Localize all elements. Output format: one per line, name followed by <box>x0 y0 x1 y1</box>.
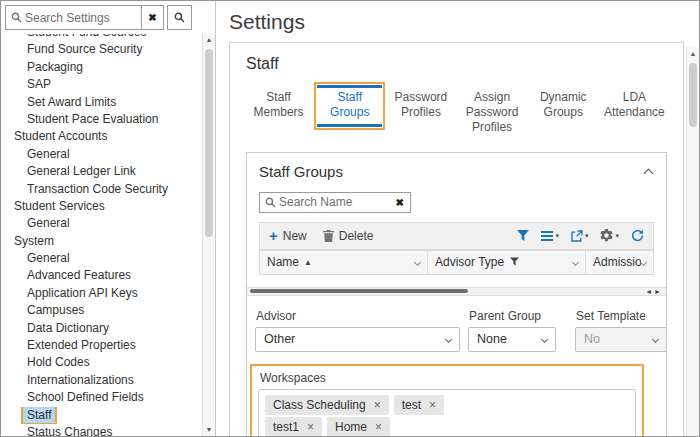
sidebar-item[interactable]: Student Fund Sources <box>1 34 201 41</box>
tab[interactable]: Assign Password Profiles <box>460 85 525 140</box>
tab[interactable]: Staff Members <box>246 85 311 125</box>
column-menu-icon[interactable] <box>640 259 647 266</box>
clear-search-icon[interactable]: ✖ <box>141 6 163 29</box>
tab[interactable]: LDA Attendance <box>602 85 667 125</box>
new-button[interactable]: + New <box>269 229 307 243</box>
parent-group-select[interactable]: None <box>468 327 556 352</box>
remove-tag-icon[interactable]: × <box>375 421 382 433</box>
collapse-icon[interactable] <box>644 169 654 179</box>
scroll-up-icon[interactable]: ▲ <box>203 33 215 46</box>
page-title: Settings <box>229 10 685 34</box>
grid-search-box[interactable]: ✖ <box>259 192 411 213</box>
sidebar-item-label: Hold Codes <box>23 354 94 370</box>
sidebar-item-label: General <box>23 250 74 266</box>
sidebar-item-label: Student Services <box>10 198 109 214</box>
sidebar-item[interactable]: School Defined Fields <box>1 389 201 406</box>
delete-button[interactable]: Delete <box>323 229 374 243</box>
chevron-down-icon <box>541 336 548 343</box>
remove-tag-icon[interactable]: × <box>374 399 381 411</box>
column-label: Advisor Type <box>435 255 504 269</box>
column-menu-icon[interactable] <box>572 259 579 266</box>
sidebar-item-label: Packaging <box>23 59 87 75</box>
sidebar-item[interactable]: General Ledger Link <box>1 163 201 180</box>
sidebar-item[interactable]: Hold Codes <box>1 354 201 371</box>
scroll-up-icon[interactable]: ▲ <box>687 47 699 60</box>
horizontal-scrollbar[interactable]: ◄► <box>247 287 666 296</box>
sort-ascending-icon: ▲ <box>304 258 312 267</box>
advisor-select[interactable]: Other <box>255 327 460 352</box>
set-template-field: Set Template No <box>575 309 666 352</box>
sidebar-item-label: Extended Properties <box>23 337 140 353</box>
sidebar-item[interactable]: Student Services <box>1 198 201 215</box>
sidebar-item[interactable]: Student Accounts <box>1 128 201 145</box>
staff-groups-section: Staff Groups ✖ + New <box>246 152 667 437</box>
sidebar-item[interactable]: Advanced Features <box>1 267 201 284</box>
sidebar-item[interactable]: Data Dictionary <box>1 320 201 337</box>
grid-search-input[interactable] <box>279 195 375 209</box>
column-header[interactable]: Advisor Type ▲ <box>428 251 586 274</box>
workspace-tag: Home × <box>327 417 390 436</box>
sidebar-item[interactable]: Internationalizations <box>1 372 201 389</box>
sidebar-item[interactable]: Fund Source Security <box>1 41 201 58</box>
sidebar-item-label: Internationalizations <box>23 372 138 388</box>
sidebar-item[interactable]: Student Pace Evaluation <box>1 111 201 128</box>
sidebar-item[interactable]: General <box>1 250 201 267</box>
workspaces-tag-input[interactable]: Class Scheduling × test × <box>258 389 636 436</box>
sidebar-item[interactable]: SAP <box>1 76 201 93</box>
column-label: Admission Repres... <box>593 255 641 269</box>
column-header[interactable]: Admission Repres... ▲ <box>586 251 653 274</box>
workspace-tag-label: Class Scheduling <box>273 398 366 412</box>
search-icon <box>265 197 276 208</box>
scroll-left-right-icons[interactable]: ◄► <box>645 288 663 296</box>
sidebar-search-area: ✖ <box>5 5 192 30</box>
view-columns-icon[interactable]: ▾ <box>541 231 559 241</box>
remove-tag-icon[interactable]: × <box>429 399 436 411</box>
search-button[interactable] <box>167 5 192 30</box>
sidebar-item[interactable]: Set Award Limits <box>1 94 201 111</box>
sidebar-item-label: Application API Keys <box>23 285 142 301</box>
sidebar-item[interactable]: General <box>1 215 201 232</box>
tab[interactable]: Staff Groups <box>317 85 382 127</box>
sidebar-item[interactable]: Status Changes <box>1 424 201 436</box>
advisor-field: Advisor Other <box>255 309 460 352</box>
sidebar-scrollbar[interactable]: ▲ ▼ <box>202 33 215 436</box>
sidebar-item-label: Student Fund Sources <box>23 34 150 40</box>
set-template-label: Set Template <box>576 309 666 323</box>
column-menu-icon[interactable] <box>414 259 421 266</box>
delete-button-label: Delete <box>339 229 374 243</box>
filter-applied-icon <box>510 255 519 269</box>
sidebar-item[interactable]: Transaction Code Security <box>1 181 201 198</box>
sidebar-scrollbar-thumb[interactable] <box>205 49 213 237</box>
refresh-icon[interactable] <box>631 229 644 242</box>
scroll-down-icon[interactable]: ▼ <box>203 423 215 436</box>
sidebar-item[interactable]: Staff <box>1 407 201 424</box>
sidebar-search-input[interactable] <box>25 11 141 25</box>
export-icon[interactable]: ▾ <box>571 230 589 242</box>
gear-icon[interactable]: ▾ <box>600 229 619 242</box>
set-template-value: No <box>584 332 600 346</box>
sidebar-item[interactable]: Campuses <box>1 302 201 319</box>
sidebar-search-box[interactable]: ✖ <box>5 5 164 30</box>
chevron-down-icon: ▾ <box>555 232 559 240</box>
clear-grid-search-icon[interactable]: ✖ <box>396 197 404 208</box>
column-header[interactable]: Name ▲ <box>260 251 428 274</box>
toolbar-icons: ▾ ▾ ▾ <box>517 229 644 242</box>
sidebar-item[interactable]: Packaging <box>1 59 201 76</box>
sidebar-item-label: Staff <box>23 407 55 423</box>
remove-tag-icon[interactable]: × <box>307 421 314 433</box>
staff-tabs: Staff Members Staff Groups Password Prof… <box>246 85 667 140</box>
sidebar-item[interactable]: General <box>1 146 201 163</box>
main-scrollbar-thumb[interactable] <box>689 63 697 127</box>
sidebar-item[interactable]: Application API Keys <box>1 285 201 302</box>
sidebar-item[interactable]: System <box>1 233 201 250</box>
horizontal-scrollbar-thumb[interactable] <box>250 289 468 293</box>
sidebar-item[interactable]: Extended Properties <box>1 337 201 354</box>
grid-body-spacer <box>247 275 666 287</box>
workspaces-label: Workspaces <box>260 371 636 385</box>
tab[interactable]: Password Profiles <box>388 85 453 125</box>
main-scrollbar[interactable]: ▲ <box>686 47 699 436</box>
group-detail-form: Advisor Other Parent Group None <box>247 296 666 436</box>
settings-sidebar: ✖ Student Fund Sources Fund Source Secur… <box>1 1 216 436</box>
tab[interactable]: Dynamic Groups <box>531 85 596 125</box>
filter-icon[interactable] <box>517 230 529 241</box>
